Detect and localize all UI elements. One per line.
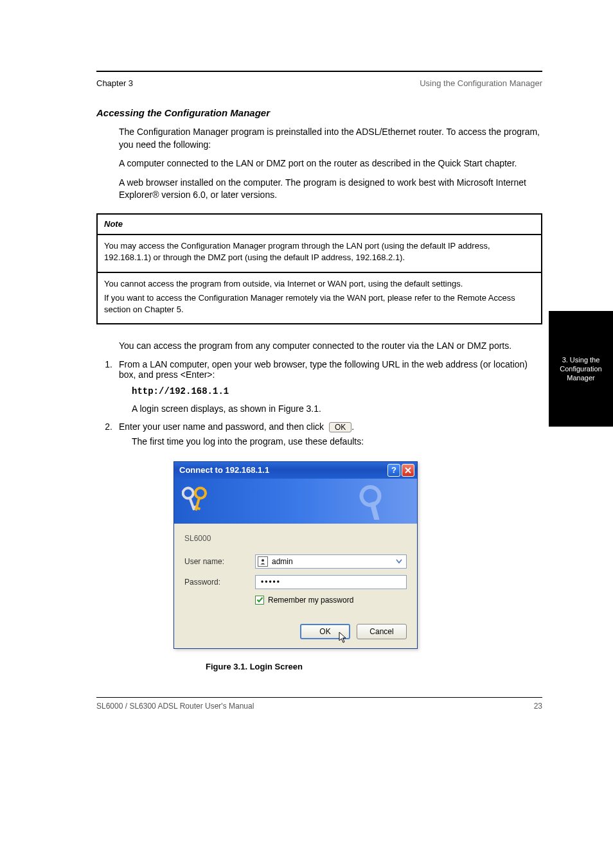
chapter-side-tab: 3. Using the Configuration Manager <box>549 311 613 427</box>
password-label: Password: <box>184 578 255 587</box>
step-note: A login screen displays, as shown in Fig… <box>132 403 542 416</box>
section-title: Accessing the Configuration Manager <box>96 107 542 118</box>
remember-password-label: Remember my password <box>268 596 353 605</box>
svg-point-0 <box>182 487 195 500</box>
login-dialog-figure: Connect to 192.168.1.1 ? <box>173 461 542 649</box>
dialog-title: Connect to 192.168.1.1 <box>179 465 386 475</box>
username-label: User name: <box>184 557 255 566</box>
close-icon[interactable] <box>402 464 414 477</box>
keys-icon <box>353 483 404 520</box>
page-header: Chapter 3 Using the Configuration Manage… <box>96 78 542 88</box>
note-paragraph: You cannot access the program from outsi… <box>104 278 535 290</box>
svg-point-8 <box>262 559 264 562</box>
user-icon <box>258 556 268 567</box>
password-field[interactable] <box>255 575 407 589</box>
note-box: Note You may access the Configuration Ma… <box>96 213 542 324</box>
password-input[interactable] <box>260 577 402 587</box>
remember-password-checkbox[interactable] <box>255 596 264 605</box>
first-time-note: The first time you log into the program,… <box>132 436 542 448</box>
steps-intro: You can access the program from any comp… <box>119 340 542 353</box>
ok-button[interactable]: OK <box>300 624 350 639</box>
step-body: From a LAN computer, open your web brows… <box>119 359 542 380</box>
step-number: 2. <box>96 421 119 432</box>
auth-realm: SL6000 <box>184 534 407 543</box>
help-icon[interactable]: ? <box>387 464 400 477</box>
bullet-requirement: A web browser installed on the computer.… <box>119 177 542 202</box>
bullet-requirement: A computer connected to the LAN or DMZ p… <box>119 157 542 170</box>
step-number: 1. <box>96 359 119 380</box>
note-paragraph: If you want to access the Configuration … <box>104 292 535 315</box>
username-input[interactable] <box>271 556 394 567</box>
keys-icon <box>182 483 210 518</box>
chapter-subtitle: Using the Configuration Manager <box>420 78 542 88</box>
footer-manual-title: SL6000 / SL6300 ADSL Router User's Manua… <box>96 702 254 711</box>
cancel-button[interactable]: Cancel <box>357 624 407 639</box>
step-body: Enter your user name and password, and t… <box>119 421 542 432</box>
chapter-number: Chapter 3 <box>96 78 133 88</box>
footer-page-number: 23 <box>534 702 542 711</box>
page-footer: SL6000 / SL6300 ADSL Router User's Manua… <box>96 697 542 711</box>
inline-button-ref: OK <box>329 422 351 432</box>
login-dialog: Connect to 192.168.1.1 ? <box>173 461 418 649</box>
chevron-down-icon[interactable] <box>394 556 404 567</box>
figure-caption: Figure 3.1. Login Screen <box>206 662 542 671</box>
intro-paragraph: The Configuration Manager program is pre… <box>119 126 542 151</box>
note-paragraph: You may access the Configuration Manager… <box>104 240 535 263</box>
note-title: Note <box>98 215 541 235</box>
url-example: http://192.168.1.1 <box>132 386 542 396</box>
dialog-banner <box>174 479 417 524</box>
svg-rect-7 <box>369 501 379 519</box>
dialog-titlebar: Connect to 192.168.1.1 ? <box>174 462 417 479</box>
username-field[interactable] <box>255 554 407 569</box>
